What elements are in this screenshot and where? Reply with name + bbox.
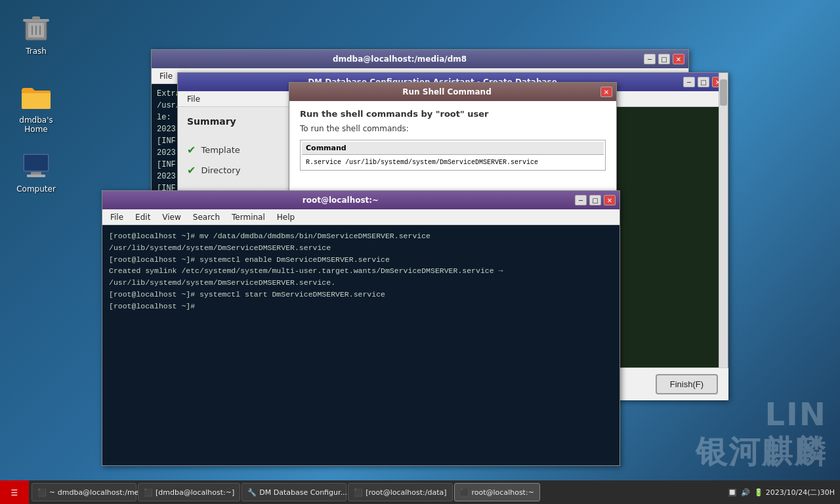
root-terminal-controls: ─ □ ✕ [575,195,616,205]
root-terminal-menubar: File Edit View Search Terminal Help [102,209,620,225]
taskbar-item-root[interactable]: ⬛ root@localhost:~ [454,483,540,501]
svg-rect-9 [31,172,41,175]
cmd-row: R.service /usr/lib/systemd/system/DmServ… [302,156,604,169]
directory-checkmark: ✔ [187,164,196,177]
taskbar: ☰ ⬛ ~ dmdba@localhost:/me... ⬛ [dmdba@lo… [0,480,840,504]
run-shell-close-btn[interactable]: ✕ [600,87,612,97]
trash-icon-img [20,12,52,44]
bg-terminal-controls: ─ □ ✕ [644,54,684,64]
dm-config-controls: ─ □ ✕ [683,77,724,87]
terminal-line-5: [root@localhost ~]# [109,301,613,312]
help-menu[interactable]: Help [272,211,300,223]
network-icon[interactable]: 🔲 [728,488,737,497]
taskbar-item-label: [root@localhost:/data] [366,488,446,497]
svg-text:☰: ☰ [11,488,18,497]
taskbar-item-dmdba-media[interactable]: ⬛ ~ dmdba@localhost:/me... [32,483,136,501]
minimize-btn[interactable]: ─ [644,54,656,64]
root-terminal-title: root@localhost:~ [106,196,575,205]
taskbar-item-dmdba[interactable]: ⬛ [dmdba@localhost:~] [138,483,240,501]
svg-rect-8 [24,155,48,171]
terminal-icon: ⬛ [460,488,469,497]
volume-icon[interactable]: 🔊 [741,488,750,497]
search-menu[interactable]: Search [188,211,225,223]
terminal-icon: ⬛ [144,488,153,497]
taskbar-item-label: root@localhost:~ [472,488,534,497]
terminal-line-1: [root@localhost ~]# mv /data/dmdba/dmdbm… [109,230,613,254]
terminal-icon: ⬛ [354,488,363,497]
template-checkmark: ✔ [187,144,196,156]
db-icon: 🔧 [247,488,257,497]
run-shell-instruction: To run the shell commands: [300,124,606,133]
taskbar-sys: 🔲 🔊 🔋 [728,488,763,497]
folder-icon-img [20,81,52,113]
cmd-header: Command [302,142,604,155]
close-btn[interactable]: ✕ [673,54,684,64]
battery-icon[interactable]: 🔋 [754,488,763,497]
computer-label: Computer [16,184,56,194]
scrollbar-thumb [720,79,727,106]
run-shell-desc: Run the shell commands by "root" user [300,109,606,119]
template-label: Template [201,145,240,155]
computer-icon-img [20,150,52,182]
dmdba-home-icon[interactable]: dmdba's Home [10,79,62,136]
sidebar-template: ✔ Template [184,140,302,160]
taskbar-items: ⬛ ~ dmdba@localhost:/me... ⬛ [dmdba@loca… [29,480,723,504]
run-shell-title: Run Shell Command [293,87,600,96]
file-menu[interactable]: File [105,211,129,223]
edit-menu[interactable]: Edit [130,211,156,223]
taskbar-clock: 2023/10/24(二)30H [766,488,835,497]
sidebar-directory: ✔ Directory [184,160,302,180]
root-terminal-window: root@localhost:~ ─ □ ✕ File Edit View Se… [102,190,620,466]
terminal-icon: ⬛ [37,488,47,497]
taskbar-item-root-data[interactable]: ⬛ [root@localhost:/data] [348,483,452,501]
desktop: Trash dmdba's Home Computer LIN 银河麒麟 [0,0,840,504]
dm-file-menu[interactable]: File [182,93,205,105]
root-minimize-btn[interactable]: ─ [575,195,587,205]
run-shell-controls: ✕ [600,87,612,97]
taskbar-item-dmconfig[interactable]: 🔧 DM Database Configur... [242,483,346,501]
taskbar-item-label: ~ dmdba@localhost:/me... [49,488,146,497]
root-terminal-titlebar[interactable]: root@localhost:~ ─ □ ✕ [102,191,620,209]
trash-label: Trash [26,47,47,56]
view-menu[interactable]: View [157,211,186,223]
terminal-line-4: [root@localhost ~]# systemctl start DmSe… [109,289,613,301]
start-button[interactable]: ☰ [0,480,29,504]
trash-icon[interactable]: Trash [10,10,62,58]
directory-label: Directory [201,165,240,175]
taskbar-item-label: [dmdba@localhost:~] [156,488,234,497]
computer-icon[interactable]: Computer [10,148,62,196]
terminal-line-3: Created symlink /etc/systemd/system/mult… [109,265,613,289]
svg-rect-10 [27,175,45,177]
terminal-menu[interactable]: Terminal [226,211,270,223]
run-shell-table: Command R.service /usr/lib/systemd/syste… [300,140,606,171]
dmdba-home-label: dmdba's Home [19,116,52,134]
taskbar-right: 🔲 🔊 🔋 2023/10/24(二)30H [723,488,840,497]
root-close-btn[interactable]: ✕ [604,195,616,205]
sidebar-summary: Summary [184,114,302,129]
finish-button[interactable]: Finish(F) [656,374,718,394]
maximize-btn[interactable]: □ [658,54,670,64]
svg-rect-3 [32,16,40,20]
bg-terminal-title: dmdba@localhost:/media/dm8 [156,54,644,64]
taskbar-item-label: DM Database Configur... [259,488,347,497]
root-maximize-btn[interactable]: □ [589,195,601,205]
dm-minimize-btn[interactable]: ─ [683,77,695,87]
watermark: LIN 银河麒麟 [696,396,840,471]
file-menu[interactable]: File [154,70,178,82]
run-shell-titlebar[interactable]: Run Shell Command ✕ [289,83,616,101]
bg-terminal-titlebar[interactable]: dmdba@localhost:/media/dm8 ─ □ ✕ [152,50,688,68]
terminal-line-2: [root@localhost ~]# systemctl enable DmS… [109,254,613,266]
root-terminal-body[interactable]: [root@localhost ~]# mv /data/dmdba/dmdbm… [102,225,620,465]
dm-maximize-btn[interactable]: □ [698,77,709,87]
dm-config-scrollbar[interactable] [719,73,728,400]
